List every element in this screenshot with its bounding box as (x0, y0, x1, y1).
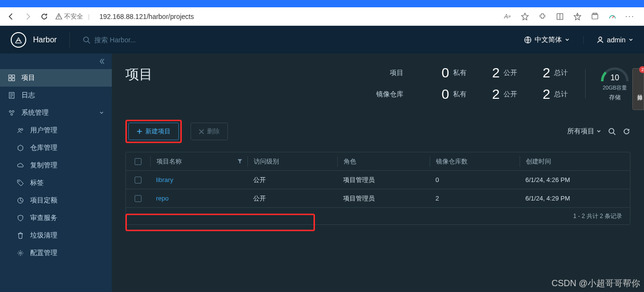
svg-point-1 (58, 18, 59, 18)
storage-gauge: 10 20GB容量 存储 (599, 66, 630, 102)
sidebar-item-label: 配置管理 (30, 249, 57, 257)
globe-icon (524, 36, 532, 44)
extensions-icon[interactable] (538, 12, 547, 21)
sidebar-item-label: 项目 (21, 73, 35, 82)
user-menu[interactable]: admin (596, 36, 633, 44)
search-icon[interactable] (608, 128, 616, 135)
delete-label: 删除 (207, 127, 220, 136)
main-content: 项目 项目 0 私有 2 公开 2 总计 镜像仓库 0 私有 2 公开 2 (112, 54, 644, 292)
filter-label: 所有项目 (567, 127, 594, 136)
cell-repocount: 0 (430, 176, 520, 183)
stats-divider (585, 69, 586, 98)
sidebar-item-config[interactable]: 配置管理 (0, 244, 112, 262)
app-icon[interactable] (591, 12, 599, 21)
col-access[interactable]: 访问级别 (254, 157, 279, 166)
url-bar[interactable]: 不安全 | 192.168.88.121/harbor/projects (55, 12, 497, 21)
sidebar-item-replication[interactable]: 复制管理 (0, 157, 112, 174)
insecure-label: 不安全 (64, 12, 83, 21)
row-checkbox[interactable] (135, 177, 141, 183)
sidebar-item-labels[interactable]: 标签 (0, 174, 112, 192)
cell-access: 公开 (247, 176, 337, 184)
forward-button[interactable] (22, 11, 33, 22)
sidebar-item-label: 复制管理 (30, 161, 57, 170)
project-link[interactable]: library (156, 176, 173, 183)
svg-line-10 (88, 41, 90, 43)
project-filter-dropdown[interactable]: 所有项目 (567, 127, 601, 136)
harbor-logo (11, 32, 26, 48)
user-icon (596, 36, 604, 44)
favorite-icon[interactable] (521, 12, 529, 21)
col-name[interactable]: 项目名称 (157, 157, 182, 166)
svg-point-26 (18, 181, 19, 182)
col-created[interactable]: 创建时间 (526, 157, 551, 166)
search-input[interactable] (94, 36, 191, 44)
gauge-value: 10 (599, 73, 630, 82)
svg-point-12 (599, 37, 602, 40)
gauge-capacity: 20GB容量 (599, 84, 630, 91)
col-role[interactable]: 角色 (344, 157, 356, 166)
select-all-checkbox[interactable] (135, 158, 141, 165)
sidebar-item-label: 审查服务 (30, 214, 57, 222)
svg-rect-14 (12, 75, 15, 77)
svg-line-8 (612, 16, 614, 18)
col-repocount[interactable]: 镜像仓库数 (436, 157, 468, 166)
system-icon (8, 110, 16, 116)
cell-role: 项目管理员 (337, 194, 430, 203)
language-selector[interactable]: 中文简体 (524, 36, 570, 44)
refresh-button[interactable] (39, 11, 50, 22)
table-header: 项目名称 访问级别 角色 镜像仓库数 创建时间 (126, 152, 630, 171)
quota-icon (17, 197, 24, 204)
sidebar-item-system[interactable]: 系统管理 (0, 104, 112, 122)
stat-repos-total: 2 (538, 87, 554, 102)
performance-icon[interactable] (608, 12, 617, 21)
stat-label-repos: 镜像仓库 (370, 90, 410, 99)
sidebar-item-logs[interactable]: 日志 (0, 87, 112, 104)
sidebar-item-label: 项目定额 (30, 196, 57, 205)
svg-line-34 (613, 133, 615, 135)
new-project-button[interactable]: 新建项目 (128, 123, 179, 140)
filter-icon[interactable] (237, 159, 243, 164)
sidebar-collapse[interactable] (0, 54, 112, 69)
sidebar-item-projects[interactable]: 项目 (0, 69, 112, 87)
side-tab-badge: 2 (639, 66, 644, 73)
chevron-down-icon (565, 37, 570, 42)
row-checkbox[interactable] (135, 195, 141, 202)
logs-icon (8, 92, 16, 99)
close-icon (199, 129, 204, 134)
user-label: admin (607, 36, 626, 44)
stat-projects-public: 2 (487, 65, 504, 81)
collections-icon[interactable] (573, 12, 582, 21)
global-search[interactable] (83, 36, 524, 44)
url-text: 192.168.88.121/harbor/projects (99, 13, 194, 20)
tag-icon (17, 180, 24, 186)
new-project-label: 新建项目 (145, 127, 171, 136)
stat-repos-private: 0 (410, 87, 453, 102)
svg-point-23 (11, 113, 13, 115)
trash-icon (17, 232, 24, 239)
svg-point-33 (609, 128, 614, 133)
project-link[interactable]: repo (156, 195, 169, 202)
registry-icon (17, 145, 24, 151)
cell-created: 6/1/24, 4:26 PM (520, 176, 630, 183)
stat-repos-public: 2 (487, 87, 504, 102)
delete-button[interactable]: 删除 (191, 123, 228, 140)
cell-repocount: 2 (430, 195, 520, 202)
split-icon[interactable] (556, 12, 564, 21)
text-size-icon[interactable]: A» (503, 12, 512, 21)
sidebar-item-gc[interactable]: 垃圾清理 (0, 227, 112, 244)
sidebar-item-interrogation[interactable]: 审查服务 (0, 209, 112, 227)
stat-projects-total: 2 (538, 65, 554, 81)
side-tab[interactable]: 2 拍日井幕 (632, 68, 644, 110)
chevron-down-icon (99, 110, 104, 115)
svg-rect-16 (12, 78, 15, 81)
back-button[interactable] (6, 11, 17, 22)
chevron-down-icon (628, 37, 633, 42)
sidebar-item-users[interactable]: 用户管理 (0, 122, 112, 139)
refresh-icon[interactable] (623, 128, 630, 135)
stat-label-projects: 项目 (370, 69, 410, 77)
sidebar-item-registries[interactable]: 仓库管理 (0, 139, 112, 157)
sidebar-item-quota[interactable]: 项目定额 (0, 192, 112, 209)
search-icon (83, 36, 90, 44)
projects-icon (8, 74, 16, 81)
menu-icon[interactable]: ··· (626, 12, 634, 21)
